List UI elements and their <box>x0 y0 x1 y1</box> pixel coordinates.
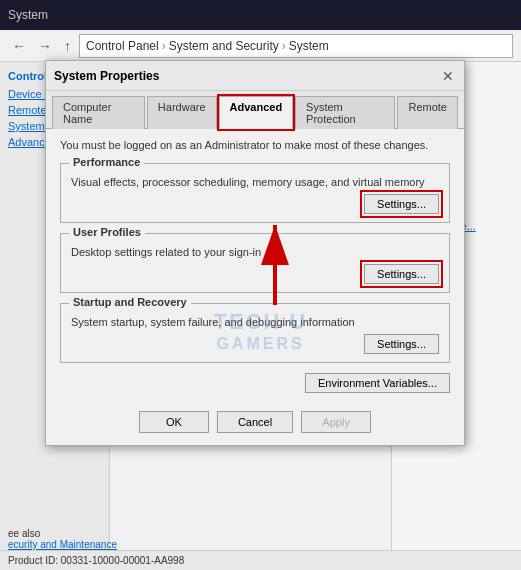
cancel-button[interactable]: Cancel <box>217 411 293 433</box>
dialog-body: You must be logged on as an Administrato… <box>46 129 464 403</box>
nav-path-ss: System and Security <box>169 39 279 53</box>
tab-remote[interactable]: Remote <box>397 96 458 129</box>
performance-desc: Visual effects, processor scheduling, me… <box>71 176 439 188</box>
tab-advanced[interactable]: Advanced <box>219 96 294 129</box>
nav-forward-icon[interactable]: → <box>34 36 56 56</box>
nav-back-icon[interactable]: ← <box>8 36 30 56</box>
nav-bar: ← → ↑ Control Panel › System and Securit… <box>0 30 521 62</box>
environment-variables-button[interactable]: Environment Variables... <box>305 373 450 393</box>
nav-path-cp: Control Panel <box>86 39 159 53</box>
performance-settings-button[interactable]: Settings... <box>364 194 439 214</box>
tab-computer-name[interactable]: Computer Name <box>52 96 145 129</box>
product-id: Product ID: 00331-10000-00001-AA998 <box>8 555 184 566</box>
user-profiles-section: User Profiles Desktop settings related t… <box>60 233 450 293</box>
security-maintenance-link[interactable]: ecurity and Maintenance <box>8 539 117 550</box>
dialog-titlebar: System Properties ✕ <box>46 61 464 91</box>
startup-recovery-section: Startup and Recovery System startup, sys… <box>60 303 450 363</box>
startup-recovery-settings-button[interactable]: Settings... <box>364 334 439 354</box>
nav-up-icon[interactable]: ↑ <box>60 36 75 56</box>
ok-button[interactable]: OK <box>139 411 209 433</box>
user-profiles-label: User Profiles <box>69 226 145 238</box>
tab-hardware[interactable]: Hardware <box>147 96 217 129</box>
user-profiles-btn-row: Settings... <box>71 264 439 284</box>
tab-system-protection[interactable]: System Protection <box>295 96 395 129</box>
startup-recovery-btn-row: Settings... <box>71 334 439 354</box>
taskbar-title: System <box>8 8 48 22</box>
dialog-title: System Properties <box>54 69 159 83</box>
see-also-area: ee also ecurity and Maintenance <box>8 528 117 550</box>
performance-section: Performance Visual effects, processor sc… <box>60 163 450 223</box>
nav-path: Control Panel › System and Security › Sy… <box>79 34 513 58</box>
startup-recovery-desc: System startup, system failure, and debu… <box>71 316 439 328</box>
bottom-bar: Product ID: 00331-10000-00001-AA998 <box>0 550 521 570</box>
startup-recovery-label: Startup and Recovery <box>69 296 191 308</box>
apply-button[interactable]: Apply <box>301 411 371 433</box>
see-also-label: ee also <box>8 528 40 539</box>
env-vars-row: Environment Variables... <box>60 373 450 393</box>
performance-btn-row: Settings... <box>71 194 439 214</box>
performance-label: Performance <box>69 156 144 168</box>
system-properties-dialog: System Properties ✕ Computer Name Hardwa… <box>45 60 465 446</box>
dialog-footer: OK Cancel Apply <box>46 403 464 445</box>
dialog-note: You must be logged on as an Administrato… <box>60 139 450 151</box>
user-profiles-settings-button[interactable]: Settings... <box>364 264 439 284</box>
dialog-close-button[interactable]: ✕ <box>440 68 456 84</box>
tab-bar: Computer Name Hardware Advanced System P… <box>46 91 464 129</box>
taskbar: System <box>0 0 521 30</box>
nav-path-sys: System <box>289 39 329 53</box>
user-profiles-desc: Desktop settings related to your sign-in <box>71 246 439 258</box>
